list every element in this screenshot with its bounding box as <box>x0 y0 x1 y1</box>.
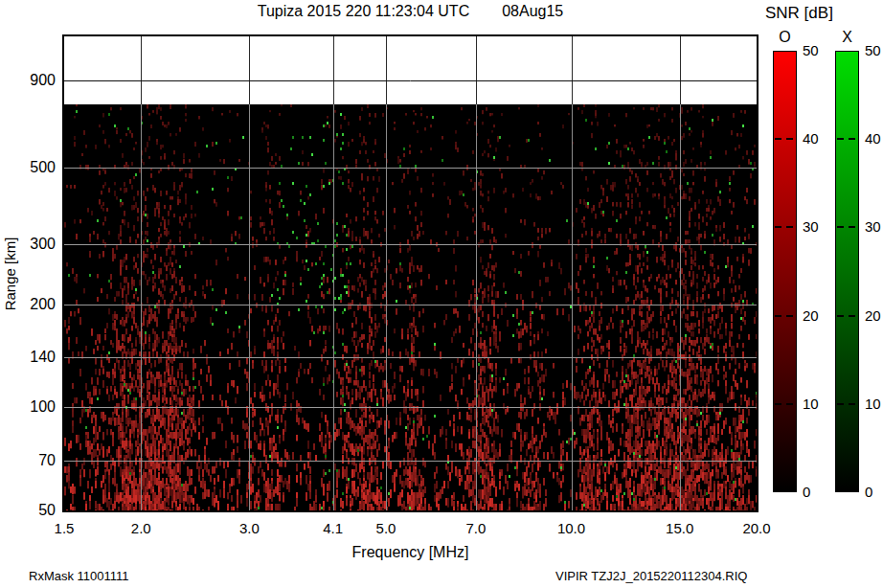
colorbar-tick-mark <box>837 138 844 140</box>
colorbar-tick-label: 50 <box>803 42 827 58</box>
colorbar-tick-mark <box>849 226 855 228</box>
y-tick-label: 100 <box>0 398 56 416</box>
colorbar-tick-mark <box>837 226 844 228</box>
filename-label: VIPIR TZJ2J_2015220112304.RIQ <box>555 569 747 583</box>
x-tick-label: 3.0 <box>225 520 273 536</box>
colorbar-tick-label: 50 <box>865 42 883 58</box>
colorbar-tick-mark <box>849 138 855 140</box>
colorbar-tick-mark <box>775 226 781 228</box>
colorbar-tick-mark <box>786 315 793 317</box>
station-time-title: Tupiza 2015 220 11:23:04 UTC <box>258 3 469 19</box>
colorbar-o-channel-label: O <box>773 29 797 46</box>
x-tick-label: 15.0 <box>656 520 704 536</box>
colorbar-tick-mark <box>849 315 855 317</box>
colorbar-tick-mark <box>775 403 781 405</box>
colorbar-tick-label: 10 <box>865 396 883 412</box>
y-tick-label: 70 <box>0 452 56 469</box>
y-tick-label: 300 <box>0 236 56 253</box>
colorbar-tick-mark <box>837 403 844 405</box>
x-tick-label: 10.0 <box>548 520 596 536</box>
colorbar-tick-mark <box>837 315 844 317</box>
plot-title: Tupiza 2015 220 11:23:04 UTC08Aug15 <box>64 3 757 20</box>
x-tick-label: 20.0 <box>733 520 781 536</box>
y-tick-label: 50 <box>0 502 56 519</box>
colorbar-tick-label: 30 <box>803 218 827 235</box>
colorbar-tick-mark <box>786 138 793 140</box>
colorbar-x-channel-label: X <box>835 29 859 46</box>
colorbar-title: SNR [dB] <box>765 4 833 23</box>
colorbar-tick-label: 20 <box>803 307 827 324</box>
x-tick-label: 4.1 <box>309 520 357 536</box>
x-tick-label: 2.0 <box>117 520 165 536</box>
colorbar-tick-label: 10 <box>803 396 827 412</box>
colorbar-tick-label: 0 <box>865 484 883 500</box>
colorbar-tick-label: 40 <box>865 130 883 147</box>
plot-area <box>62 34 758 512</box>
x-tick-label: 5.0 <box>362 520 410 536</box>
y-tick-label: 900 <box>0 72 56 89</box>
colorbar-tick-mark <box>775 138 781 140</box>
y-tick-label: 200 <box>0 296 56 313</box>
y-tick-label: 500 <box>0 159 56 176</box>
colorbar-tick-label: 0 <box>803 484 827 500</box>
colorbar-tick-mark <box>775 315 781 317</box>
x-tick-label: 7.0 <box>452 520 500 536</box>
colorbar-tick-label: 40 <box>803 130 827 147</box>
y-tick-label: 140 <box>0 349 56 366</box>
ionogram-figure: Tupiza 2015 220 11:23:04 UTC08Aug15 SNR … <box>0 0 883 588</box>
colorbar-tick-label: 20 <box>865 307 883 324</box>
x-axis-label: Frequency [MHz] <box>64 544 757 561</box>
colorbar-x-gradient <box>835 51 859 492</box>
colorbar-tick-mark <box>786 403 793 405</box>
date-label: 08Aug15 <box>502 3 563 19</box>
colorbar-tick-label: 30 <box>865 218 883 235</box>
ionogram-canvas <box>64 36 757 510</box>
colorbar-tick-mark <box>849 403 855 405</box>
colorbar-tick-mark <box>786 226 793 228</box>
rxmask-label: RxMask 11001111 <box>29 569 129 583</box>
colorbar-o-gradient <box>773 51 797 492</box>
x-tick-label: 1.5 <box>40 520 88 536</box>
